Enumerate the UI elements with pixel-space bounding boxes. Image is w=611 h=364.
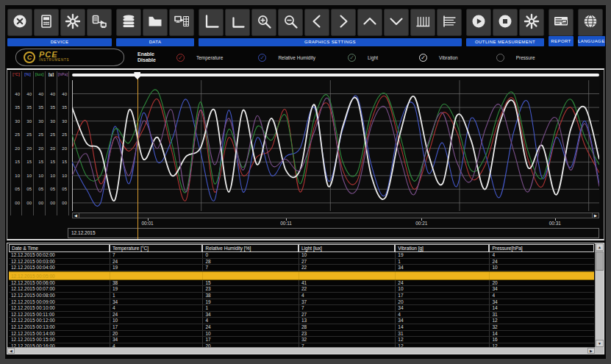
- column-header-light-lux[interactable]: Light [lux]: [299, 244, 395, 252]
- column-header-relative-humidity[interactable]: Relative Humidity [%]: [202, 244, 299, 252]
- tab-report[interactable]: REPORT: [549, 36, 574, 46]
- table-row[interactable]: 12.12.2015 00:12:00104133412: [9, 318, 594, 324]
- table-cell: 12.12.2015 00:14:00: [9, 331, 110, 337]
- table-cell: 24: [395, 280, 489, 286]
- table-body: 12.12.2015 00:02:00701019412.12.2015 00:…: [9, 252, 594, 349]
- tab-data[interactable]: DATA: [116, 38, 194, 46]
- play-button[interactable]: [466, 9, 491, 36]
- table-cell: 34: [395, 305, 489, 311]
- tab-language[interactable]: LANGUAGE: [578, 36, 605, 46]
- axis-tick: 25: [57, 132, 67, 137]
- chart-plot[interactable]: [72, 80, 599, 211]
- zoom-out-button[interactable]: [278, 9, 303, 36]
- table-cell: 7: [202, 265, 299, 271]
- table-cell: 28: [299, 324, 395, 330]
- checkbox-icon[interactable]: [496, 54, 504, 62]
- vertical-scroll-thumb[interactable]: [596, 251, 604, 271]
- settings-button[interactable]: [60, 9, 85, 36]
- enable-disable-toggle[interactable]: Enable Disable: [137, 51, 156, 64]
- table-cell: 34: [110, 299, 203, 305]
- table-cell: 22: [299, 286, 395, 292]
- horizontal-scale-icon: [440, 13, 458, 32]
- table-row[interactable]: 12.12.2015 00:06:003815412420: [9, 280, 594, 287]
- table-cell: 24: [489, 259, 594, 265]
- table-row[interactable]: 12.12.2015 00:08:001384174: [9, 293, 594, 299]
- tab-outline-measurement[interactable]: OUTLINE MEASUREMENT: [466, 38, 544, 46]
- stop-button[interactable]: [493, 9, 518, 36]
- vertical-scale-button[interactable]: [410, 9, 435, 36]
- table-cell: 1: [202, 305, 299, 311]
- folder-button[interactable]: [143, 9, 168, 36]
- scroll-down-button[interactable]: [384, 9, 409, 36]
- table-row[interactable]: 12.12.2015 00:10:004173414: [9, 305, 594, 312]
- power-button[interactable]: [7, 9, 32, 36]
- horizontal-scale-button[interactable]: [437, 9, 462, 36]
- table-row[interactable]: 12.12.2015 00:13:001724281432: [9, 324, 594, 331]
- table-row-selected[interactable]: 12.12.2015 00:05:00: [9, 271, 594, 280]
- table-horizontal-scrollbar[interactable]: ◀ ▶: [7, 347, 595, 354]
- scroll-right-button[interactable]: [331, 9, 356, 36]
- language-button[interactable]: [578, 9, 603, 36]
- column-header-date-time[interactable]: Date & Time: [9, 244, 110, 252]
- tab-device[interactable]: DEVICE: [7, 38, 112, 46]
- database-icon: [120, 13, 137, 32]
- table-cell: 17: [202, 337, 299, 343]
- legend-item-pressure[interactable]: Pressure: [496, 54, 535, 62]
- chart-cursor[interactable]: [137, 76, 139, 239]
- time-tick-label: 00:21: [415, 221, 427, 226]
- database-button[interactable]: [116, 9, 141, 36]
- series-legend: ✓Temperature✓Relative Humidity✓Light✓Vib…: [176, 54, 535, 62]
- column-header-pressure-hpa[interactable]: Pressure[hPa]: [489, 244, 594, 252]
- chart-scroll-left-icon[interactable]: ◀: [73, 213, 79, 218]
- checkbox-icon[interactable]: ✓: [348, 54, 356, 62]
- chart-scroll-right-icon[interactable]: ▶: [592, 213, 599, 218]
- brand-sub: INSTRUMENTS: [39, 57, 69, 63]
- column-header-temperature-c[interactable]: Temperature [°C]: [110, 244, 203, 252]
- column-header-vibration-g[interactable]: Vibration [g]: [395, 244, 489, 252]
- legend-item-light[interactable]: ✓Light: [348, 54, 378, 62]
- table-cell: 19: [202, 299, 299, 305]
- axis-corner-button[interactable]: [199, 9, 224, 36]
- table-vertical-scrollbar[interactable]: ▲ ▼: [595, 243, 604, 347]
- scroll-down-icon[interactable]: ▼: [596, 340, 604, 347]
- axis-tick: 15: [46, 160, 55, 164]
- checkbox-icon[interactable]: ✓: [419, 54, 427, 62]
- table-row[interactable]: 12.12.2015 00:09:003419372034: [9, 299, 594, 306]
- axis-corner-alt-button[interactable]: [225, 9, 250, 36]
- table-cell: 1: [110, 293, 203, 299]
- table-row[interactable]: 12.12.2015 00:04:00197223410: [9, 265, 594, 271]
- device-to-screen-button[interactable]: [87, 9, 112, 36]
- slider-handle-icon[interactable]: [134, 72, 140, 79]
- table-row[interactable]: 12.12.2015 00:07:001923221034: [9, 286, 594, 293]
- table-row[interactable]: 12.12.2015 00:02:007010194: [9, 252, 594, 259]
- scroll-right-icon[interactable]: ▶: [587, 348, 595, 354]
- legend-item-relative-humidity[interactable]: ✓Relative Humidity: [258, 54, 315, 62]
- axis-tick: 40: [34, 92, 43, 96]
- axis-tick: 35: [22, 105, 32, 110]
- device-button[interactable]: [34, 9, 59, 36]
- table-cell: 32: [489, 324, 594, 330]
- report-button[interactable]: [549, 9, 574, 36]
- scroll-left-button[interactable]: [304, 9, 329, 36]
- zoom-in-button[interactable]: [251, 9, 276, 36]
- table-row[interactable]: 12.12.2015 00:03:00242827124: [9, 259, 594, 265]
- legend-item-vibration[interactable]: ✓Vibration: [419, 54, 458, 62]
- scroll-up-icon[interactable]: ▲: [596, 243, 604, 251]
- table-row[interactable]: 12.12.2015 00:11:00243427431: [9, 312, 594, 318]
- scroll-up-button[interactable]: [357, 9, 382, 36]
- screen-to-table-button[interactable]: [169, 9, 194, 36]
- legend-item-temperature[interactable]: ✓Temperature: [176, 54, 224, 62]
- measure-settings-button[interactable]: [519, 9, 544, 36]
- checkbox-icon[interactable]: ✓: [258, 54, 266, 62]
- table-row[interactable]: 12.12.2015 00:15:003417321216: [9, 337, 594, 343]
- date-axis: 12.12.2015: [68, 228, 599, 238]
- table-cell: 34: [110, 337, 203, 343]
- chart-scrollbar[interactable]: ◀ ▶: [72, 213, 599, 218]
- tab-graphics-settings[interactable]: GRAPHICS SETTINGS: [199, 38, 462, 46]
- table-row[interactable]: 12.12.2015 00:14:002010233114: [9, 331, 594, 338]
- chart-time-slider[interactable]: [72, 74, 599, 76]
- table-cell: 16: [489, 337, 594, 343]
- table-cell: 19: [395, 252, 489, 258]
- checkbox-icon[interactable]: ✓: [176, 54, 185, 62]
- scroll-left-icon[interactable]: ◀: [7, 348, 15, 354]
